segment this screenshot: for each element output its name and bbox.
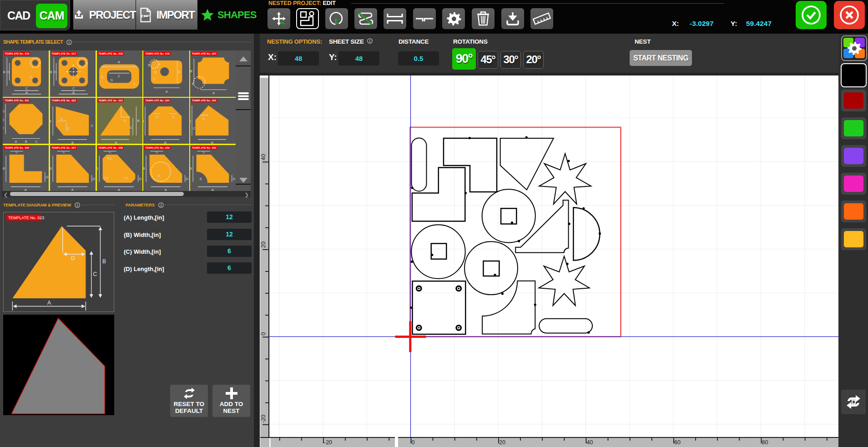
svg-text:C: C (193, 127, 196, 131)
svg-text:D: D (139, 176, 142, 181)
svg-text:B: B (50, 70, 52, 74)
svg-text:0: 0 (260, 332, 267, 335)
svg-text:60: 60 (674, 439, 681, 446)
svg-text:D: D (156, 115, 159, 119)
svg-text:D: D (186, 176, 189, 181)
svg-text:B: B (101, 75, 104, 79)
svg-text:F: F (77, 75, 79, 79)
svg-text:-20: -20 (324, 439, 332, 446)
svg-text:E: E (192, 82, 194, 86)
svg-text:C: C (35, 140, 38, 144)
svg-text:D: D (71, 255, 75, 261)
svg-text:D: D (61, 117, 63, 121)
svg-text:80: 80 (762, 439, 768, 446)
svg-text:C: C (156, 150, 159, 154)
svg-text:E: E (3, 118, 5, 122)
svg-text:B: B (137, 119, 140, 123)
svg-text:-20: -20 (260, 415, 267, 423)
svg-text:DXF: DXF (141, 14, 150, 18)
svg-text:E: E (148, 63, 151, 67)
svg-text:C: C (15, 150, 18, 154)
svg-text:C: C (130, 126, 133, 130)
svg-text:E: E (172, 115, 175, 119)
svg-text:E: E (67, 127, 70, 131)
svg-text:40: 40 (587, 439, 593, 446)
svg-text:C: C (109, 150, 112, 154)
svg-text:C: C (62, 150, 65, 154)
svg-text:A: A (72, 90, 75, 95)
svg-text:F: F (3, 127, 5, 131)
svg-text:D: D (54, 70, 57, 74)
svg-text:C: C (91, 124, 93, 128)
svg-text:D: D (92, 176, 95, 181)
svg-text:A: A (118, 60, 120, 64)
svg-text:D: D (203, 117, 206, 121)
svg-text:E: E (158, 174, 160, 178)
svg-text:B: B (102, 258, 106, 265)
svg-text:F3: F3 (108, 156, 112, 160)
svg-text:B: B (25, 140, 27, 144)
svg-text:E: E (200, 176, 202, 181)
svg-text:0: 0 (412, 439, 415, 446)
svg-text:20: 20 (499, 439, 505, 446)
svg-text:A: A (47, 300, 51, 306)
svg-text:20: 20 (260, 241, 267, 248)
svg-text:D: D (155, 70, 157, 74)
svg-text:C: C (93, 271, 97, 277)
svg-text:D: D (3, 109, 5, 113)
svg-text:D: D (7, 70, 10, 74)
svg-text:B: B (3, 70, 5, 74)
svg-text:G: G (78, 64, 81, 68)
svg-text:E: E (133, 82, 136, 86)
svg-text:D: D (233, 176, 236, 181)
svg-text:B: B (3, 166, 5, 171)
svg-text:F: F (159, 62, 161, 66)
svg-text:F2: F2 (105, 176, 109, 180)
svg-text:C: C (203, 150, 206, 154)
svg-text:D: D (46, 175, 49, 179)
svg-text:C: C (153, 77, 156, 81)
svg-text:F: F (30, 75, 32, 79)
svg-text:A: A (15, 140, 17, 144)
svg-text:F1: F1 (125, 176, 129, 180)
svg-text:A: A (25, 90, 28, 95)
svg-text:40: 40 (260, 154, 267, 160)
svg-text:A: A (212, 91, 215, 95)
svg-text:A: A (166, 90, 168, 94)
svg-text:TEMPLATE No. 023: TEMPLATE No. 023 (8, 216, 44, 220)
svg-text:B: B (190, 69, 192, 73)
svg-text:B: B (178, 70, 181, 74)
